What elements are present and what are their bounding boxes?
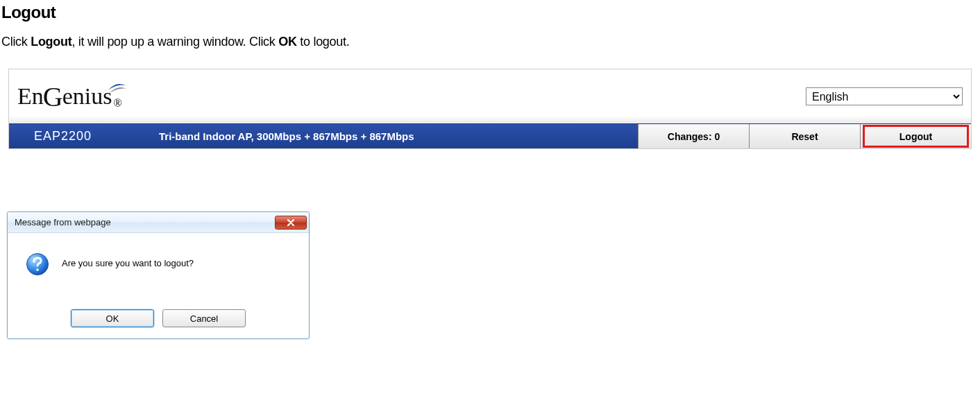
section-heading: Logout — [1, 3, 979, 22]
cancel-button[interactable]: Cancel — [162, 309, 246, 327]
brand-text: G — [43, 85, 63, 110]
changes-button[interactable]: Changes: 0 — [638, 124, 749, 148]
dialog-button-row: OK Cancel — [8, 302, 309, 338]
dialog-titlebar: Message from webpage — [8, 212, 309, 233]
reset-button[interactable]: Reset — [749, 124, 860, 148]
brand-swoosh-icon — [107, 79, 128, 100]
dialog-message: Are you sure you want to logout? — [62, 252, 194, 268]
language-select[interactable]: English — [806, 87, 963, 105]
header-blue-bar: EAP2200 Tri-band Indoor AP, 300Mbps + 86… — [9, 123, 971, 148]
text-fragment: to logout. — [297, 35, 350, 49]
logout-button[interactable]: Logout — [860, 124, 971, 148]
dialog-body: Are you sure you want to logout? — [8, 233, 309, 302]
device-description: Tri-band Indoor AP, 300Mbps + 867Mbps + … — [148, 124, 638, 148]
close-icon — [287, 219, 295, 226]
confirm-dialog: Message from webpage — [7, 212, 310, 339]
text-bold-logout: Logout — [31, 35, 71, 49]
text-fragment: , it will pop up a warning window. Click — [71, 35, 278, 49]
question-icon — [26, 252, 49, 276]
text-bold-ok: OK — [278, 35, 296, 49]
brand-logo: EnGenius® — [17, 79, 128, 114]
model-label: EAP2200 — [9, 124, 148, 148]
dialog-close-button[interactable] — [275, 216, 307, 230]
brand-text: En — [17, 83, 44, 110]
header-top-row: EnGenius® English — [9, 69, 971, 123]
dialog-title-text: Message from webpage — [15, 217, 111, 227]
text-fragment: Click — [1, 35, 31, 49]
svg-point-1 — [36, 268, 39, 271]
ok-button[interactable]: OK — [71, 309, 154, 327]
app-header-panel: EnGenius® English EAP2200 Tri-band Indoo… — [8, 69, 972, 149]
instruction-text: Click Logout, it will pop up a warning w… — [1, 35, 979, 49]
brand-text: enius — [62, 83, 112, 110]
